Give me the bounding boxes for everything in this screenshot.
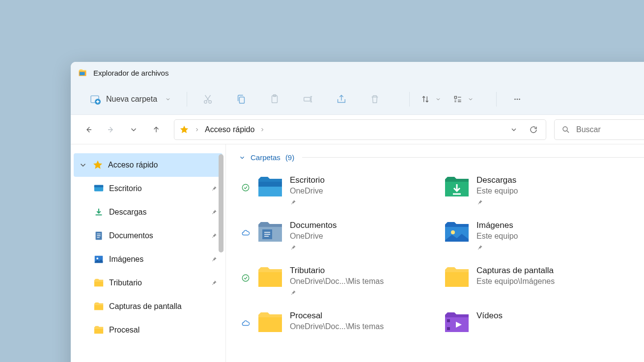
chevron-down-icon bbox=[435, 96, 441, 102]
cloud-icon bbox=[241, 319, 250, 328]
star-icon bbox=[92, 160, 103, 170]
pin-icon bbox=[211, 256, 218, 263]
forward-button[interactable] bbox=[101, 120, 121, 139]
folder-title: Imágenes bbox=[476, 221, 518, 230]
folder-icon bbox=[93, 301, 104, 312]
forward-icon bbox=[107, 125, 115, 134]
folder-title: Vídeos bbox=[476, 311, 503, 321]
back-icon bbox=[84, 125, 93, 134]
folder-subtitle: Este equipo\Imágenes bbox=[476, 277, 555, 286]
sidebar-item-label: Documentos bbox=[109, 231, 206, 240]
new-folder-label: Nueva carpeta bbox=[106, 95, 157, 104]
pin-icon bbox=[476, 244, 483, 251]
pin-icon bbox=[476, 199, 483, 206]
chevron-down-icon bbox=[165, 96, 171, 102]
folder-item[interactable]: DocumentosOneDrive bbox=[239, 217, 416, 254]
paste-icon bbox=[269, 94, 280, 105]
folder-item[interactable]: EscritorioOneDrive bbox=[239, 171, 416, 209]
downloads-big-icon bbox=[443, 174, 471, 199]
folder-big-icon bbox=[256, 265, 284, 289]
status-indicator bbox=[427, 265, 437, 274]
file-explorer-window: Explorador de archivos Nueva carpeta Acc… bbox=[71, 62, 644, 362]
address-location: Acceso rápido bbox=[205, 125, 254, 134]
toolbar: Nueva carpeta bbox=[71, 84, 644, 115]
chevron-right-icon bbox=[194, 127, 200, 133]
folder-subtitle: Este equipo bbox=[476, 232, 518, 241]
more-button[interactable] bbox=[507, 89, 527, 109]
delete-button[interactable] bbox=[365, 89, 385, 109]
file-explorer-icon bbox=[78, 68, 87, 77]
rename-button[interactable] bbox=[298, 89, 318, 109]
address-history-button[interactable] bbox=[506, 122, 521, 137]
separator bbox=[409, 92, 410, 107]
scrollbar[interactable] bbox=[219, 154, 224, 252]
folder-big-icon bbox=[256, 310, 284, 334]
sidebar-item[interactable]: Procesal bbox=[71, 318, 225, 342]
pin-icon bbox=[211, 209, 218, 216]
status-indicator bbox=[241, 220, 251, 237]
status-indicator bbox=[241, 174, 251, 192]
status-indicator bbox=[241, 265, 251, 282]
sidebar-item[interactable]: Tributario bbox=[71, 271, 225, 295]
new-folder-button[interactable]: Nueva carpeta bbox=[84, 90, 176, 108]
folder-item[interactable]: DescargasEste equipo bbox=[425, 171, 602, 209]
chevron-down-icon bbox=[510, 126, 518, 134]
refresh-button[interactable] bbox=[526, 122, 541, 137]
status-indicator bbox=[427, 174, 437, 183]
status-indicator bbox=[241, 310, 251, 328]
videos-big-icon bbox=[443, 310, 471, 334]
copy-button[interactable] bbox=[231, 89, 251, 109]
folder-title: Procesal bbox=[290, 311, 384, 321]
refresh-icon bbox=[529, 125, 538, 134]
folder-item[interactable]: Vídeos bbox=[425, 307, 602, 337]
share-icon bbox=[336, 94, 347, 105]
sidebar-item-label: Tributario bbox=[109, 278, 206, 287]
search-placeholder: Buscar bbox=[576, 125, 601, 134]
chevron-down-icon bbox=[468, 96, 474, 102]
sidebar-item[interactable]: Descargas bbox=[71, 200, 225, 224]
chevron-down-icon bbox=[79, 161, 87, 169]
synced-icon bbox=[241, 183, 250, 192]
copy-icon bbox=[236, 94, 247, 105]
pin-icon bbox=[290, 244, 297, 251]
sidebar-item[interactable]: Documentos bbox=[71, 224, 225, 248]
folder-item[interactable]: Capturas de pantallaEste equipo\Imágenes bbox=[425, 262, 602, 299]
recent-button[interactable] bbox=[124, 120, 143, 139]
pin-icon bbox=[211, 279, 218, 286]
documents-big-icon bbox=[256, 220, 284, 244]
pin-icon bbox=[290, 289, 297, 296]
view-icon bbox=[453, 94, 463, 104]
folder-item[interactable]: ImágenesEste equipo bbox=[425, 217, 602, 254]
sidebar-item[interactable]: Imágenes bbox=[71, 248, 225, 271]
cut-button[interactable] bbox=[198, 89, 218, 109]
sidebar-item[interactable]: Capturas de pantalla bbox=[71, 295, 225, 318]
paste-button[interactable] bbox=[265, 89, 284, 109]
separator bbox=[496, 92, 497, 107]
desktop-big-icon bbox=[256, 174, 284, 199]
folder-subtitle: OneDrive\Doc...\Mis temas bbox=[290, 322, 384, 331]
sidebar-item-label: Capturas de pantalla bbox=[109, 302, 218, 311]
folder-icon bbox=[93, 325, 104, 335]
titlebar: Explorador de archivos bbox=[71, 62, 644, 84]
address-bar[interactable]: Acceso rápido bbox=[174, 119, 546, 140]
folder-item[interactable]: ProcesalOneDrive\Doc...\Mis temas bbox=[239, 307, 416, 337]
search-box[interactable]: Buscar bbox=[554, 119, 644, 140]
status-indicator bbox=[427, 220, 437, 228]
pin-icon bbox=[290, 199, 297, 206]
sidebar: Acceso rápido EscritorioDescargasDocumen… bbox=[71, 144, 226, 362]
back-button[interactable] bbox=[79, 120, 98, 139]
cut-icon bbox=[202, 94, 213, 105]
share-button[interactable] bbox=[332, 89, 351, 109]
up-button[interactable] bbox=[146, 120, 166, 139]
section-header[interactable]: Carpetas (9) bbox=[239, 153, 644, 162]
sort-button[interactable] bbox=[420, 94, 441, 104]
folder-grid: EscritorioOneDriveDescargasEste equipoDo… bbox=[239, 171, 644, 337]
sidebar-item-quick-access[interactable]: Acceso rápido bbox=[74, 153, 223, 177]
folder-item[interactable]: TributarioOneDrive\Doc...\Mis temas bbox=[239, 262, 416, 299]
desktop-icon bbox=[93, 183, 104, 194]
folder-subtitle: Este equipo bbox=[476, 187, 518, 195]
folder-subtitle: OneDrive bbox=[290, 187, 325, 195]
view-button[interactable] bbox=[453, 94, 474, 104]
sidebar-item[interactable]: Escritorio bbox=[71, 177, 225, 200]
trash-icon bbox=[369, 94, 380, 105]
